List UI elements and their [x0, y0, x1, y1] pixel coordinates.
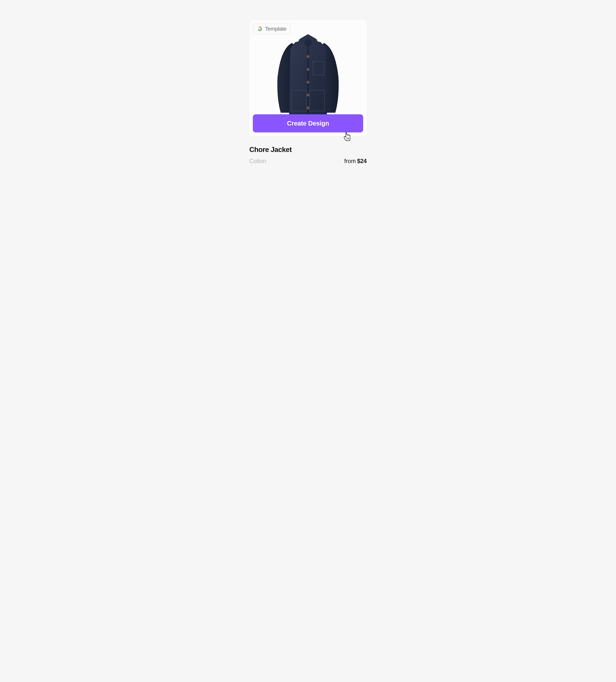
product-image — [253, 31, 363, 117]
product-material: Cotton — [249, 158, 266, 164]
create-design-label: Create Design — [287, 120, 329, 127]
app-logo-icon — [257, 26, 263, 32]
product-title: Chore Jacket — [249, 145, 367, 154]
product-meta: Chore Jacket Cotton from$24 — [249, 145, 367, 164]
svg-point-5 — [307, 94, 309, 96]
jacket-illustration — [271, 28, 345, 117]
svg-point-2 — [307, 55, 309, 58]
svg-point-6 — [307, 107, 309, 109]
create-design-button[interactable]: Create Design — [253, 114, 363, 132]
svg-point-3 — [307, 68, 309, 71]
product-price: from$24 — [344, 158, 367, 164]
svg-point-0 — [258, 29, 260, 31]
pointer-cursor-icon — [343, 132, 351, 141]
price-prefix: from — [344, 158, 356, 164]
price-value: $24 — [357, 158, 367, 164]
product-card[interactable]: Template — [249, 19, 367, 137]
svg-point-4 — [307, 81, 309, 84]
svg-rect-1 — [307, 44, 309, 114]
product-tile: Template — [249, 19, 367, 164]
